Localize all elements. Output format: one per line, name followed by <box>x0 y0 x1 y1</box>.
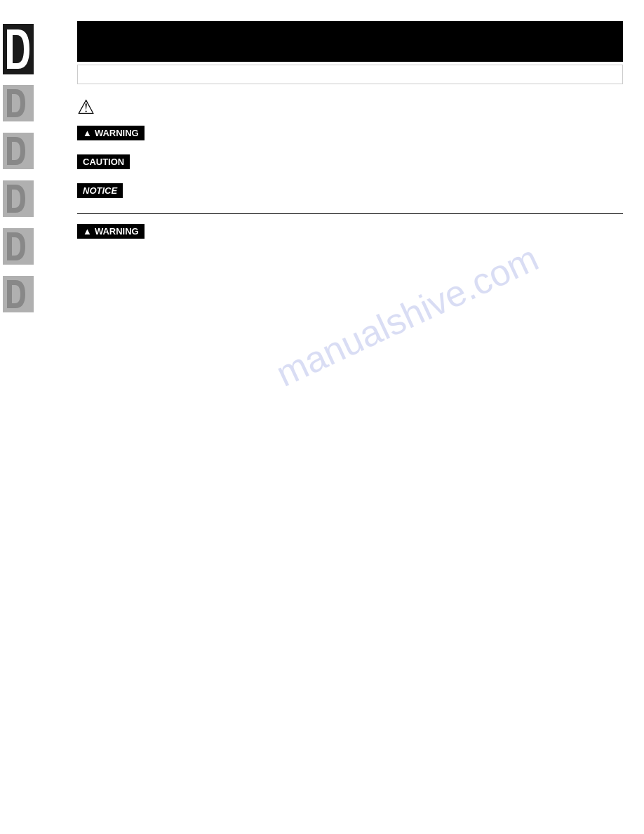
tab-letter-1: D <box>0 21 36 77</box>
sidebar-tab-6 <box>0 272 77 316</box>
warning-triangle-section: ⚠ <box>77 95 623 119</box>
sidebar-tab-1: D <box>0 21 77 77</box>
header-sub-bar <box>77 65 623 84</box>
warning2-badge: ▲ WARNING <box>77 224 145 239</box>
tab-letter-3 <box>0 129 36 173</box>
warning-triangle-icon: ⚠ <box>77 95 623 119</box>
caution-badge-section: CAUTION <box>77 154 623 179</box>
caution-badge-label: CAUTION <box>83 157 124 167</box>
notice-badge: NOTICE <box>77 183 123 198</box>
header-black-bar <box>77 21 623 62</box>
main-content: ⚠ ▲ WARNING CAUTION NOTICE ▲ <box>77 21 623 813</box>
tab-letter-2 <box>0 81 36 125</box>
sidebar-tab-5 <box>0 225 77 268</box>
tab-letter-5 <box>0 225 36 268</box>
page: D <box>0 0 644 834</box>
sidebar-tab-2 <box>0 81 77 125</box>
sidebar-tab-3 <box>0 129 77 173</box>
notice-badge-label: NOTICE <box>83 185 117 196</box>
warning-badge-icon: ▲ <box>83 128 92 138</box>
warning2-badge-icon: ▲ <box>83 226 92 237</box>
sidebar: D <box>0 21 77 316</box>
warning-badge-label: WARNING <box>95 128 139 138</box>
warning2-badge-section: ▲ WARNING <box>77 224 623 249</box>
tab-letter-6 <box>0 272 36 316</box>
section-divider <box>77 213 623 214</box>
sidebar-tab-4 <box>0 177 77 220</box>
warning-badge: ▲ WARNING <box>77 126 145 140</box>
warning-badge-section: ▲ WARNING <box>77 126 623 150</box>
warning2-badge-label: WARNING <box>95 226 139 237</box>
notice-badge-section: NOTICE <box>77 183 623 208</box>
tab-letter-4 <box>0 177 36 220</box>
caution-badge: CAUTION <box>77 154 130 169</box>
